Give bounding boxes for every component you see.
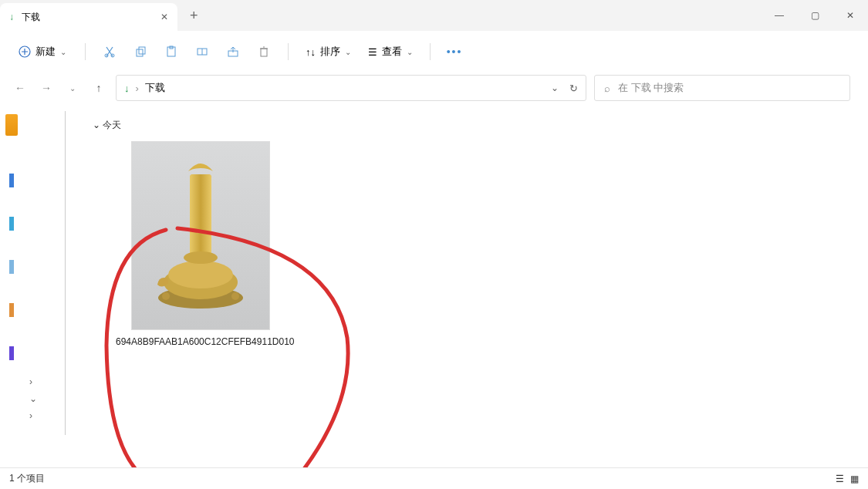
expand-toggle[interactable]: › (29, 376, 37, 387)
cut-button[interactable] (96, 39, 123, 65)
sort-label: 排序 (320, 45, 340, 59)
gutter-shortcut[interactable] (9, 217, 14, 231)
window-controls: — ▢ ✕ (762, 0, 868, 31)
more-button[interactable]: ••• (441, 39, 468, 65)
rename-button[interactable] (189, 39, 215, 65)
svg-point-16 (231, 292, 239, 300)
file-item[interactable]: 694A8B9FAAB1A600C12CFEFB4911D010 (116, 135, 285, 347)
gutter-shortcut[interactable] (9, 174, 14, 187)
sort-icon: ↑↓ (306, 46, 316, 58)
back-button[interactable]: ← (11, 82, 29, 94)
up-button[interactable]: ↑ (90, 82, 108, 94)
share-button[interactable] (220, 39, 246, 65)
view-button[interactable]: ☰ 查看 ⌄ (362, 40, 419, 63)
new-button[interactable]: 新建 ⌄ (11, 40, 74, 63)
address-bar[interactable]: ↓ › 下载 ⌄ ↻ (116, 75, 586, 101)
search-placeholder: 在 下载 中搜索 (618, 81, 684, 95)
recent-dropdown[interactable]: ⌄ (63, 84, 82, 93)
search-icon: ⌕ (604, 83, 610, 94)
statusbar: 1 个项目 ☰ ▦ (0, 467, 868, 489)
file-name: 694A8B9FAAB1A600C12CFEFB4911D010 (116, 336, 285, 347)
gutter-shortcut[interactable] (9, 346, 14, 360)
left-nav: › ⌄ › (23, 106, 46, 467)
active-tab[interactable]: ↓ 下载 ✕ (0, 3, 177, 31)
view-label: 查看 (382, 45, 402, 59)
search-box[interactable]: ⌕ 在 下载 中搜索 (594, 75, 850, 101)
svg-rect-14 (190, 174, 211, 259)
new-tab-button[interactable]: + (190, 0, 198, 31)
tab-title: 下载 (22, 11, 40, 24)
gutter-pinned[interactable] (5, 114, 18, 136)
paste-button[interactable] (158, 39, 184, 65)
chevron-down-icon: ⌄ (60, 48, 66, 56)
svg-point-12 (168, 261, 233, 288)
close-icon[interactable]: ✕ (160, 12, 168, 22)
refresh-button[interactable]: ↻ (569, 83, 578, 94)
details-view-button[interactable]: ☰ (836, 474, 844, 484)
nav-row: ← → ⌄ ↑ ↓ › 下载 ⌄ ↻ ⌕ 在 下载 中搜索 (0, 73, 868, 106)
svg-point-15 (184, 251, 218, 264)
toolbar: 新建 ⌄ ↑↓ 排序 ⌄ ☰ 查看 ⌄ ••• (0, 31, 868, 73)
plus-circle-icon (19, 46, 31, 58)
close-button[interactable]: ✕ (833, 0, 868, 31)
chevron-down-icon: ⌄ (407, 48, 413, 56)
chevron-down-icon[interactable]: ⌄ (551, 83, 559, 94)
copy-button[interactable] (127, 39, 154, 65)
status-count: 1 个项目 (9, 472, 45, 485)
svg-rect-3 (137, 49, 143, 56)
gutter-shortcut[interactable] (9, 303, 14, 317)
thumbnail-view-button[interactable]: ▦ (850, 474, 859, 484)
content-pane[interactable]: 今天 (46, 106, 868, 467)
minimize-button[interactable]: — (762, 0, 797, 31)
gutter-shortcut[interactable] (9, 260, 14, 274)
file-thumbnail (131, 141, 270, 330)
expand-toggle-2[interactable]: › (29, 410, 37, 421)
view-icon: ☰ (368, 46, 377, 58)
breadcrumb-path: 下载 (145, 81, 165, 95)
left-gutter (0, 106, 23, 467)
breadcrumb-sep: › (136, 83, 139, 94)
collapse-toggle[interactable]: ⌄ (29, 393, 37, 404)
download-icon: ↓ (9, 12, 14, 22)
forward-button[interactable]: → (37, 82, 56, 94)
sort-button[interactable]: ↑↓ 排序 ⌄ (299, 40, 357, 63)
svg-rect-9 (261, 49, 267, 56)
svg-point-17 (162, 292, 170, 300)
download-icon: ↓ (124, 83, 130, 94)
titlebar: ↓ 下载 ✕ + — ▢ ✕ (0, 0, 868, 31)
delete-button[interactable] (251, 39, 277, 65)
main-body: › ⌄ › 今天 (0, 106, 868, 467)
chevron-down-icon: ⌄ (345, 48, 351, 56)
maximize-button[interactable]: ▢ (797, 0, 833, 31)
section-today[interactable]: 今天 (62, 114, 853, 135)
svg-rect-4 (139, 47, 145, 54)
new-button-label: 新建 (35, 45, 56, 59)
